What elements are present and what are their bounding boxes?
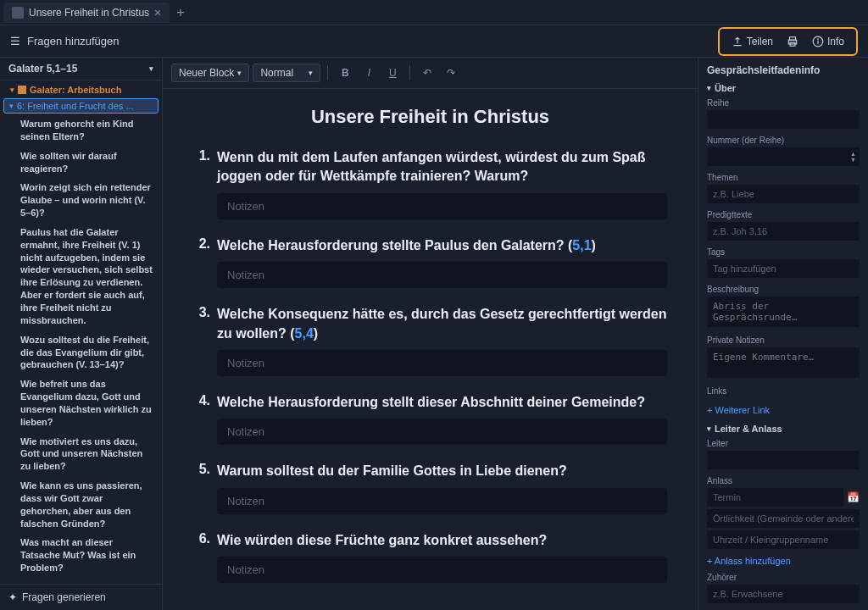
chevron-down-icon: ▾ [707,424,711,433]
question-number: 1. [193,148,210,186]
add-occasion-button[interactable]: + Anlass hinzufügen [698,554,868,571]
info-button[interactable]: Info [807,32,849,51]
notes-input[interactable]: Notizen [217,193,667,219]
tree-question[interactable]: Wie sollten wir darauf reagieren? [0,147,162,179]
calendar-icon[interactable]: 📅 [847,491,860,503]
question-text: Warum solltest du der Familie Gottes in … [217,462,567,480]
sermon-texts-input[interactable] [707,222,860,241]
question-number: 3. [193,305,210,343]
print-icon [787,36,798,47]
add-link-button[interactable]: + Weiterer Link [698,403,868,420]
field-label: Tags [707,247,860,257]
field-label: Reihe [707,98,860,108]
series-input[interactable] [707,110,860,129]
tree-question[interactable]: Warum gehorcht ein Kind seinen Eltern? [0,114,162,147]
chevron-down-icon: ▾ [149,64,153,73]
question-text: Wie würden diese Früchte ganz konkret au… [217,531,547,550]
toolbar: ☰ Fragen hinzufügen Teilen Info [0,25,868,58]
tree-question[interactable]: Wie kann es uns passieren, dass wir Gott… [0,476,162,533]
tab-document[interactable]: Unsere Freiheit in Christus × [3,3,170,23]
style-dropdown[interactable]: Normal ▾ [253,64,320,82]
field-label: Themen [707,173,860,182]
question-number: 5. [193,462,210,480]
field-label: Leiter [707,439,860,448]
sidebar-header[interactable]: Galater 5,1–15 ▾ [0,58,162,80]
field-label: Anlass [707,476,860,485]
undo-button[interactable]: ↶ [417,63,437,83]
tree-book[interactable]: ▾ Galater: Arbeitsbuch [0,82,162,97]
chevron-down-icon: ▾ [309,69,313,77]
location-input[interactable] [707,509,860,528]
tree-question[interactable]: Wie befreit uns das Evangelium dazu, Got… [0,374,162,431]
question-item[interactable]: 2. Welche Herausforderung stellte Paulus… [193,236,667,255]
question-number: 4. [193,393,210,412]
question-item[interactable]: 3. Welche Konsequenz hätte es, durch das… [193,305,667,343]
spinner-buttons[interactable]: ▲▼ [850,151,856,163]
time-input[interactable] [707,530,860,549]
notes-input[interactable]: Notizen [217,488,667,514]
panel-title: Gesprächsleitfadeninfo [698,58,868,80]
chevron-down-icon: ▾ [10,86,14,94]
tree-question[interactable]: Was macht an dieser Tatsache Mut? Was is… [0,533,162,578]
question-item[interactable]: 4. Welche Herausforderung stellt dieser … [193,393,667,412]
tree-question[interactable]: Wozu solltest du die Freiheit, die das E… [0,330,162,375]
tree-question[interactable]: Paulus hat die Galater ermahnt, ihre Fre… [0,223,162,330]
themes-input[interactable] [707,185,860,203]
number-input[interactable] [707,147,860,166]
share-button[interactable]: Teilen [726,32,778,51]
navigation-tree: ▾ Galater: Arbeitsbuch ▾ 6: Freiheit und… [0,80,162,584]
audience-input[interactable] [707,585,860,603]
notes-input[interactable]: Notizen [217,419,667,445]
sparkle-icon: ✦ [8,591,17,603]
info-panel: Gesprächsleitfadeninfo ▾ Über Reihe Numm… [698,58,868,610]
underline-button[interactable]: U [382,63,403,83]
block-type-dropdown[interactable]: Neuer Block ▾ [171,64,249,82]
question-text: Welche Konsequenz hätte es, durch das Ge… [217,305,667,343]
notes-input[interactable]: Notizen [217,262,667,288]
field-label: Nummer (der Reihe) [707,136,860,145]
field-label: Beschreibung [707,285,860,294]
tags-input[interactable] [707,259,860,278]
italic-button[interactable]: I [359,63,379,83]
leader-section-header[interactable]: ▾ Leiter & Anlass [698,420,868,437]
question-item[interactable]: 1. Wenn du mit dem Laufen anfangen würde… [193,148,667,186]
bold-button[interactable]: B [335,63,355,83]
description-input[interactable] [707,297,860,327]
toolbar-title[interactable]: Fragen hinzufügen [27,35,119,47]
about-section-header[interactable]: ▾ Über [698,80,868,97]
question-text: Wenn du mit dem Laufen anfangen würdest,… [217,148,667,186]
redo-button[interactable]: ↷ [441,63,461,83]
info-icon [812,36,824,47]
field-label: Links [707,386,860,396]
notes-input[interactable]: Notizen [217,557,667,583]
book-icon [18,86,26,94]
tab-title: Unsere Freiheit in Christus [29,7,149,19]
tree-chapter-selected[interactable]: ▾ 6: Freiheit und Frucht des ... [3,98,159,114]
add-tab-button[interactable]: + [170,5,191,20]
print-button[interactable] [782,32,804,51]
question-text: Welche Herausforderung stellt dieser Abs… [217,393,645,412]
divider [409,65,410,80]
private-notes-input[interactable] [707,347,860,378]
tree-question[interactable]: Worin zeigt sich ein rettender Glaube – … [0,178,162,223]
verse-reference[interactable]: 5,1 [572,238,591,252]
field-label: Zuhörer [707,573,860,582]
leader-input[interactable] [707,451,860,469]
generate-questions-button[interactable]: ✦ Fragen generieren [0,584,162,610]
verse-reference[interactable]: 5,4 [295,326,314,341]
question-item[interactable]: 5. Warum solltest du der Familie Gottes … [193,462,667,480]
notes-input[interactable]: Notizen [217,350,667,376]
tree-question[interactable]: Wie motiviert es uns dazu, Gott und unse… [0,432,162,477]
editor-content[interactable]: Unsere Freiheit in Christus 1. Wenn du m… [163,89,698,610]
document-title[interactable]: Unsere Freiheit in Christus [193,106,667,128]
chevron-down-icon: ▾ [237,69,242,77]
sidebar: Galater 5,1–15 ▾ ▾ Galater: Arbeitsbuch … [0,58,163,610]
question-item[interactable]: 6. Wie würden diese Früchte ganz konkret… [193,531,667,550]
editor-toolbar: Neuer Block ▾ Normal ▾ B I U ↶ ↷ [163,58,698,89]
tree-question[interactable]: Was sagt uns das darüber, wie unsere sün… [0,578,162,584]
date-input[interactable] [707,488,843,507]
menu-icon[interactable]: ☰ [10,35,20,47]
field-label: Predigttexte [707,210,860,219]
svg-point-5 [818,38,819,39]
close-icon[interactable]: × [154,6,161,19]
